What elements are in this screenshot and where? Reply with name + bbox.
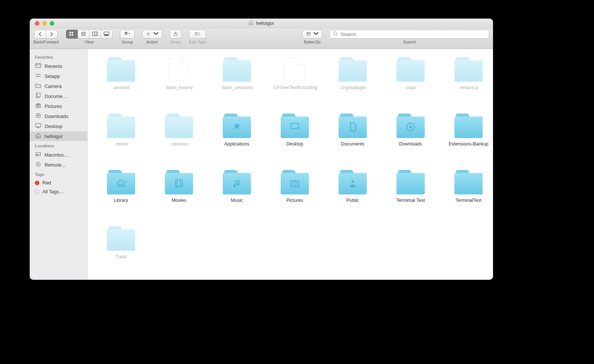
sidebar-item-camera[interactable]: Camera bbox=[30, 81, 87, 91]
folder-icon bbox=[396, 57, 425, 82]
sidebar-item-label: helloigor bbox=[45, 134, 63, 139]
share-icon bbox=[173, 32, 179, 37]
close-button[interactable] bbox=[35, 21, 39, 26]
betterzip-button[interactable] bbox=[302, 30, 322, 39]
sidebar-item-downloads[interactable]: Downloads bbox=[30, 111, 87, 121]
file-item[interactable]: .emacs.d bbox=[443, 56, 493, 108]
gallery-view-icon bbox=[104, 32, 110, 37]
file-label: Applications bbox=[224, 141, 249, 147]
sidebar-item-red[interactable]: Red bbox=[30, 178, 87, 187]
group-button[interactable] bbox=[120, 30, 135, 39]
folder-icon bbox=[107, 226, 135, 251]
file-item[interactable]: .mono bbox=[95, 112, 147, 164]
file-label: Music bbox=[231, 197, 243, 203]
file-item[interactable]: Termimal Test bbox=[385, 168, 437, 220]
sidebar-item-desktop[interactable]: Desktop bbox=[30, 121, 87, 131]
file-item[interactable]: Public bbox=[327, 168, 379, 220]
archive-icon bbox=[306, 32, 311, 37]
document-icon bbox=[165, 57, 193, 82]
svg-point-41 bbox=[39, 76, 40, 77]
file-item[interactable]: Extensions-Backup bbox=[443, 112, 493, 164]
file-item[interactable]: .bash_sessions bbox=[211, 56, 263, 108]
sidebar: Favorites RecentsSetappCameraDocume…Pict… bbox=[30, 49, 88, 280]
file-label: Extensions-Backup bbox=[448, 141, 488, 147]
edit-tags-button[interactable] bbox=[189, 30, 206, 39]
sidebar-item-helloigor[interactable]: helloigor bbox=[30, 131, 87, 141]
window-body: Favorites RecentsSetappCameraDocume…Pict… bbox=[30, 49, 493, 280]
back-button[interactable] bbox=[34, 30, 46, 39]
sidebar-item-macintos-[interactable]: Macintos… bbox=[30, 150, 87, 160]
svg-point-45 bbox=[37, 105, 39, 107]
file-label: .emacs.d bbox=[459, 85, 478, 91]
setapp-icon bbox=[35, 73, 42, 79]
home-icon bbox=[35, 133, 42, 140]
view-list-button[interactable] bbox=[78, 30, 89, 39]
sidebar-item-recents[interactable]: Recents bbox=[30, 61, 87, 71]
file-item[interactable]: Music bbox=[211, 168, 263, 220]
search-field[interactable] bbox=[330, 30, 489, 39]
file-item[interactable]: Downloads bbox=[385, 112, 437, 164]
svg-rect-55 bbox=[291, 123, 299, 128]
file-item[interactable]: .bash_history bbox=[153, 56, 205, 108]
file-item[interactable]: TerminalTest bbox=[443, 168, 493, 220]
pictures-icon bbox=[35, 103, 42, 109]
action-button[interactable] bbox=[142, 30, 162, 39]
file-item[interactable]: .cups bbox=[385, 56, 437, 108]
sidebar-item-remote-[interactable]: Remote… bbox=[30, 160, 87, 170]
view-group: View bbox=[66, 30, 112, 44]
file-item[interactable]: Desktop bbox=[269, 112, 321, 164]
share-button[interactable] bbox=[170, 30, 182, 39]
file-item[interactable]: Applications bbox=[211, 112, 263, 164]
svg-point-32 bbox=[333, 32, 336, 35]
sidebar-item-all-tags-[interactable]: All Tags… bbox=[30, 187, 87, 196]
sidebar-section-locations: Locations bbox=[30, 141, 87, 150]
svg-rect-2 bbox=[69, 34, 71, 36]
file-item[interactable]: Pictures bbox=[269, 168, 321, 220]
public-glyph-icon bbox=[347, 178, 358, 190]
folder-icon bbox=[339, 170, 367, 194]
minimize-button[interactable] bbox=[42, 21, 47, 26]
file-item[interactable]: Library bbox=[95, 168, 147, 220]
sidebar-item-label: Recents bbox=[45, 63, 62, 69]
hdd-icon bbox=[35, 151, 42, 158]
folder-icon bbox=[107, 57, 135, 82]
betterzip-label: BetterZip bbox=[304, 40, 321, 44]
desktop-glyph-icon bbox=[290, 122, 300, 133]
sidebar-item-docume-[interactable]: Docume… bbox=[30, 91, 87, 101]
music-glyph-icon bbox=[232, 178, 242, 190]
file-grid[interactable]: .android.bash_history.bash_sessions.CFUs… bbox=[88, 49, 493, 280]
sidebar-item-label: Docume… bbox=[45, 94, 67, 99]
file-item[interactable]: .zoomus bbox=[153, 112, 205, 164]
view-column-button[interactable] bbox=[89, 30, 101, 39]
file-item[interactable]: .android bbox=[95, 56, 147, 108]
zoom-button[interactable] bbox=[50, 21, 54, 26]
file-label: TerminalTest bbox=[456, 197, 482, 203]
search-input[interactable] bbox=[340, 31, 486, 37]
tag-icon bbox=[195, 32, 200, 37]
file-item[interactable]: .CFUserTextEncoding bbox=[269, 56, 321, 108]
file-label: .bash_history bbox=[165, 85, 193, 91]
view-icon-button[interactable] bbox=[66, 30, 78, 39]
forward-button[interactable] bbox=[46, 30, 58, 39]
folder-icon bbox=[165, 170, 193, 194]
svg-point-38 bbox=[39, 74, 40, 75]
file-item[interactable]: .cryptoplugin bbox=[327, 56, 379, 108]
view-gallery-button[interactable] bbox=[101, 30, 112, 39]
sidebar-item-pictures[interactable]: Pictures bbox=[30, 101, 87, 111]
svg-rect-43 bbox=[37, 93, 40, 97]
file-item[interactable]: Movies bbox=[153, 168, 205, 220]
sidebar-item-label: Desktop bbox=[45, 124, 62, 129]
doc-glyph-icon bbox=[347, 122, 358, 133]
svg-rect-60 bbox=[176, 180, 183, 187]
file-item[interactable]: Trash bbox=[95, 225, 147, 277]
sidebar-item-label: Macintos… bbox=[45, 152, 69, 158]
view-label: View bbox=[85, 40, 94, 44]
sidebar-section-favorites: Favorites bbox=[30, 53, 87, 61]
sidebar-item-setapp[interactable]: Setapp bbox=[30, 71, 87, 81]
folder-icon bbox=[223, 170, 251, 194]
svg-rect-3 bbox=[72, 34, 73, 36]
search-group: Search bbox=[330, 30, 489, 44]
file-item[interactable]: Documents bbox=[327, 112, 379, 164]
sidebar-item-label: Setapp bbox=[45, 73, 60, 79]
action-group: Action bbox=[142, 30, 162, 44]
